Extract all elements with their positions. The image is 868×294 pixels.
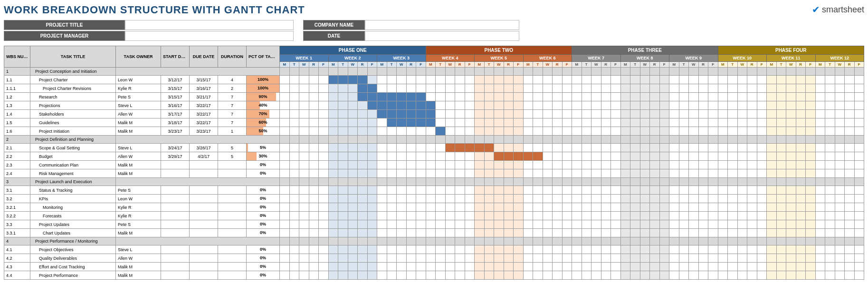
gantt-cell[interactable] xyxy=(504,101,514,110)
gantt-cell[interactable] xyxy=(504,220,514,229)
gantt-cell[interactable] xyxy=(718,178,728,186)
table-row[interactable]: 3.3Project UpdatesPete S0% xyxy=(4,220,864,229)
pct-cell[interactable]: 90% xyxy=(247,93,280,101)
gantt-cell[interactable] xyxy=(280,203,290,212)
gantt-cell[interactable] xyxy=(767,101,777,110)
gantt-cell[interactable] xyxy=(475,178,485,186)
gantt-cell[interactable] xyxy=(708,220,718,229)
gantt-cell[interactable] xyxy=(562,68,572,76)
gantt-cell[interactable] xyxy=(358,110,368,118)
gantt-cell[interactable] xyxy=(465,271,475,280)
gantt-cell[interactable] xyxy=(786,254,796,263)
gantt-cell[interactable] xyxy=(786,118,796,127)
gantt-cell[interactable] xyxy=(367,254,377,263)
gantt-cell[interactable] xyxy=(718,195,728,203)
owner-cell[interactable]: Pete S xyxy=(116,186,161,195)
gantt-cell[interactable] xyxy=(669,220,679,229)
gantt-cell[interactable] xyxy=(806,229,816,237)
gantt-cell[interactable] xyxy=(806,220,816,229)
gantt-cell[interactable] xyxy=(455,152,465,161)
gantt-cell[interactable] xyxy=(835,237,845,245)
task-cell[interactable]: Research xyxy=(30,93,116,101)
gantt-cell[interactable] xyxy=(309,229,319,237)
gantt-cell[interactable] xyxy=(650,203,660,212)
gantt-cell[interactable] xyxy=(572,93,582,101)
gantt-cell[interactable] xyxy=(659,144,669,152)
gantt-cell[interactable] xyxy=(484,118,494,127)
due-cell[interactable]: 3/28/17 xyxy=(190,144,218,152)
gantt-cell[interactable] xyxy=(776,263,786,271)
gantt-cell[interactable] xyxy=(299,161,309,169)
gantt-cell[interactable] xyxy=(562,237,572,245)
gantt-cell[interactable] xyxy=(358,118,368,127)
gantt-cell[interactable] xyxy=(825,263,835,271)
task-cell[interactable]: Project Performance / Monitoring xyxy=(30,237,116,245)
gantt-cell[interactable] xyxy=(367,186,377,195)
gantt-cell[interactable] xyxy=(757,178,767,186)
gantt-cell[interactable] xyxy=(328,169,338,178)
gantt-cell[interactable] xyxy=(465,195,475,203)
table-row[interactable]: 4.1Project ObjectivesSteve L0% xyxy=(4,245,864,254)
gantt-cell[interactable] xyxy=(737,237,747,245)
gantt-cell[interactable] xyxy=(436,169,446,178)
wbs-cell[interactable]: 2.3 xyxy=(4,161,30,169)
gantt-cell[interactable] xyxy=(523,254,533,263)
gantt-cell[interactable] xyxy=(436,212,446,220)
gantt-cell[interactable] xyxy=(328,152,338,161)
gantt-cell[interactable] xyxy=(572,212,582,220)
gantt-cell[interactable] xyxy=(475,76,485,84)
gantt-cell[interactable] xyxy=(523,144,533,152)
gantt-cell[interactable] xyxy=(757,229,767,237)
gantt-cell[interactable] xyxy=(806,101,816,110)
gantt-cell[interactable] xyxy=(504,203,514,212)
start-cell[interactable] xyxy=(161,220,190,229)
gantt-cell[interactable] xyxy=(650,127,660,136)
gantt-cell[interactable] xyxy=(650,161,660,169)
gantt-cell[interactable] xyxy=(689,161,699,169)
gantt-cell[interactable] xyxy=(825,110,835,118)
wbs-cell[interactable]: 3.2.2 xyxy=(4,212,30,220)
gantt-cell[interactable] xyxy=(620,127,630,136)
owner-cell[interactable]: Steve L xyxy=(116,245,161,254)
gantt-cell[interactable] xyxy=(611,68,621,76)
gantt-cell[interactable] xyxy=(640,84,650,93)
gantt-cell[interactable] xyxy=(620,212,630,220)
dur-cell[interactable]: 7 xyxy=(218,101,247,110)
gantt-cell[interactable] xyxy=(718,186,728,195)
gantt-cell[interactable] xyxy=(708,212,718,220)
gantt-cell[interactable] xyxy=(289,220,299,229)
gantt-cell[interactable] xyxy=(640,76,650,84)
gantt-cell[interactable] xyxy=(416,93,426,101)
gantt-cell[interactable] xyxy=(728,245,738,254)
gantt-cell[interactable] xyxy=(436,144,446,152)
gantt-cell[interactable] xyxy=(572,136,582,144)
gantt-cell[interactable] xyxy=(650,212,660,220)
gantt-cell[interactable] xyxy=(650,169,660,178)
gantt-cell[interactable] xyxy=(630,136,640,144)
gantt-cell[interactable] xyxy=(309,118,319,127)
gantt-cell[interactable] xyxy=(737,178,747,186)
gantt-cell[interactable] xyxy=(728,127,738,136)
gantt-cell[interactable] xyxy=(416,237,426,245)
gantt-cell[interactable] xyxy=(553,195,563,203)
gantt-cell[interactable] xyxy=(601,220,611,229)
gantt-cell[interactable] xyxy=(835,136,845,144)
gantt-cell[interactable] xyxy=(348,144,358,152)
gantt-cell[interactable] xyxy=(289,212,299,220)
table-row[interactable]: 1Project Conception and Initiation xyxy=(4,68,864,76)
gantt-cell[interactable] xyxy=(854,118,864,127)
gantt-cell[interactable] xyxy=(309,161,319,169)
gantt-cell[interactable] xyxy=(406,152,416,161)
gantt-cell[interactable] xyxy=(455,263,465,271)
gantt-cell[interactable] xyxy=(436,127,446,136)
owner-cell[interactable]: Malik M xyxy=(116,118,161,127)
gantt-cell[interactable] xyxy=(436,152,446,161)
gantt-cell[interactable] xyxy=(484,178,494,186)
gantt-cell[interactable] xyxy=(815,212,825,220)
gantt-cell[interactable] xyxy=(328,76,338,84)
gantt-cell[interactable] xyxy=(426,68,436,76)
gantt-cell[interactable] xyxy=(591,169,601,178)
gantt-cell[interactable] xyxy=(591,144,601,152)
gantt-cell[interactable] xyxy=(533,76,543,84)
gantt-cell[interactable] xyxy=(553,229,563,237)
